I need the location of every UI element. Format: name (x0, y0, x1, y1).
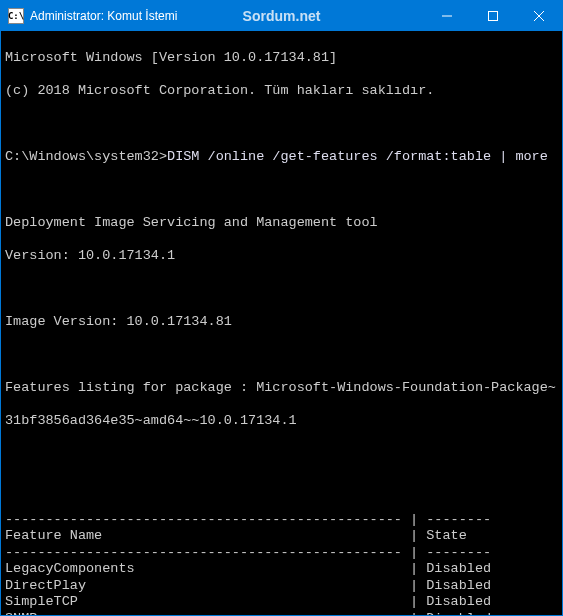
dism-version-line: Version: 10.0.17134.1 (5, 248, 558, 265)
close-button[interactable] (516, 1, 562, 31)
blank-line (5, 182, 558, 199)
minimize-icon (442, 11, 452, 21)
table-separator: ----------------------------------------… (5, 512, 558, 529)
table-row: SimpleTCP | Disabled (5, 594, 558, 611)
image-version-line: Image Version: 10.0.17134.81 (5, 314, 558, 331)
blank-line (5, 116, 558, 133)
window-title: Administrator: Komut İstemi (30, 9, 177, 23)
window-controls (424, 1, 562, 31)
table-row: DirectPlay | Disabled (5, 578, 558, 595)
svg-rect-1 (489, 12, 498, 21)
watermark: Sordum.net (243, 8, 321, 24)
table-row: SNMP | Disabled (5, 611, 558, 617)
titlebar: C:\ Administrator: Komut İstemi Sordum.n… (1, 1, 562, 31)
os-version-line: Microsoft Windows [Version 10.0.17134.81… (5, 50, 558, 67)
table-header: Feature Name | State (5, 528, 558, 545)
cmd-icon: C:\ (8, 8, 24, 24)
console-output[interactable]: Microsoft Windows [Version 10.0.17134.81… (1, 31, 562, 616)
blank-line (5, 446, 558, 463)
table-row: LegacyComponents | Disabled (5, 561, 558, 578)
features-table: ----------------------------------------… (5, 512, 558, 617)
table-separator: ----------------------------------------… (5, 545, 558, 562)
close-icon (534, 11, 544, 21)
dism-tool-line: Deployment Image Servicing and Managemen… (5, 215, 558, 232)
maximize-icon (488, 11, 498, 21)
prompt-line: C:\Windows\system32>DISM /online /get-fe… (5, 149, 558, 166)
features-package-line: 31bf3856ad364e35~amd64~~10.0.17134.1 (5, 413, 558, 430)
prompt-command: DISM /online /get-features /format:table… (167, 149, 548, 164)
copyright-line: (c) 2018 Microsoft Corporation. Tüm hakl… (5, 83, 558, 100)
minimize-button[interactable] (424, 1, 470, 31)
blank-line (5, 347, 558, 364)
blank-line (5, 281, 558, 298)
blank-line (5, 479, 558, 496)
maximize-button[interactable] (470, 1, 516, 31)
prompt-path: C:\Windows\system32> (5, 149, 167, 164)
features-header-line: Features listing for package : Microsoft… (5, 380, 558, 397)
